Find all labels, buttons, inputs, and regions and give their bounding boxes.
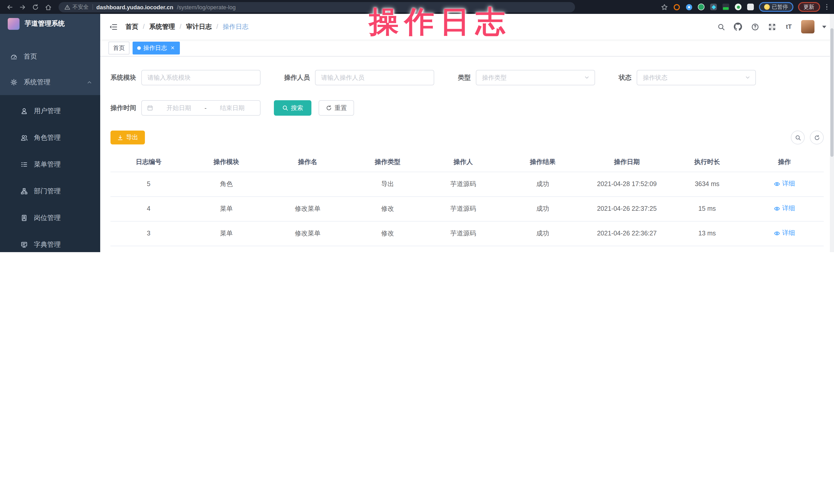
tab-label: 首页: [113, 44, 125, 52]
gem-extension-icon[interactable]: [710, 3, 717, 11]
reset-button[interactable]: 重置: [319, 100, 354, 116]
sidebar-item-menu-management[interactable]: 菜单管理: [0, 151, 100, 178]
search-icon: [282, 105, 288, 111]
cell-name: [266, 172, 349, 196]
cell-date: 2021-04-26 22:37:25: [585, 196, 669, 221]
org-tree-icon: [21, 188, 28, 195]
breadcrumb-current: 操作日志: [223, 22, 248, 31]
cell-duration: 3634 ms: [669, 172, 745, 196]
home-icon[interactable]: [44, 2, 53, 12]
breadcrumb-audit-log[interactable]: 审计日志: [186, 22, 212, 31]
more-menu-icon[interactable]: [825, 4, 829, 10]
col-action: 操作: [745, 153, 824, 172]
search-button[interactable]: 搜索: [274, 100, 311, 116]
cell-operator: 芋道源码: [426, 172, 501, 196]
sidebar-item-department-management[interactable]: 部门管理: [0, 178, 100, 204]
sidebar-item-user-management[interactable]: 用户管理: [0, 98, 100, 125]
date-range-picker[interactable]: 开始日期 - 结束日期: [141, 100, 261, 116]
avatar[interactable]: [801, 20, 814, 34]
cell-type: 修改: [349, 221, 426, 246]
module-input[interactable]: [141, 70, 261, 85]
back-icon[interactable]: [5, 2, 15, 12]
detail-link[interactable]: 详细: [774, 204, 795, 213]
star-icon[interactable]: [660, 3, 668, 11]
cell-duration: 15 ms: [669, 196, 745, 221]
app-title: 芋道管理系统: [25, 19, 65, 28]
cell-date: 2021-04-26 22:36:27: [585, 221, 669, 246]
breadcrumb-system-management[interactable]: 系统管理: [149, 22, 175, 31]
cell-result: 成功: [501, 221, 585, 246]
table-row: 3 菜单 修改菜单 修改 芋道源码 成功 2021-04-26 22:36:27…: [110, 221, 824, 246]
puzzle-extension-icon[interactable]: [747, 3, 754, 11]
operator-label: 操作人员: [284, 73, 310, 82]
eye-icon: [774, 230, 780, 237]
cell-result: 成功: [501, 196, 585, 221]
security-label: 不安全: [72, 3, 89, 10]
sidebar-item-label: 角色管理: [34, 133, 61, 143]
type-label: 类型: [458, 73, 471, 82]
status-label: 状态: [619, 73, 632, 82]
type-select[interactable]: 操作类型: [476, 70, 595, 85]
app-logo[interactable]: 芋道管理系统: [0, 14, 100, 34]
cell-log-id: 2: [110, 246, 187, 252]
cell-date: 2021-04-28 17:52:09: [585, 172, 669, 196]
help-icon[interactable]: [750, 22, 760, 31]
tab-home[interactable]: 首页: [108, 41, 130, 54]
status-select[interactable]: 操作状态: [637, 70, 756, 85]
tab-operate-log[interactable]: 操作日志: [133, 41, 180, 54]
cell-log-id: 3: [110, 221, 187, 246]
sidebar-collapse-button[interactable]: [108, 22, 118, 32]
security-warning[interactable]: 不安全: [64, 3, 89, 10]
breadcrumb-separator: /: [180, 23, 181, 30]
stack-on-extension-icon[interactable]: [722, 3, 730, 11]
close-icon[interactable]: [170, 45, 175, 50]
scrollbar-thumb[interactable]: [830, 28, 833, 157]
sprout-extension-icon[interactable]: [734, 3, 742, 11]
caret-down-icon[interactable]: [822, 25, 826, 28]
sidebar-item-label: 系统管理: [24, 78, 50, 87]
fullscreen-icon[interactable]: [767, 22, 776, 31]
paused-badge[interactable]: 已暂停: [759, 2, 793, 12]
show-search-button[interactable]: [791, 131, 805, 145]
detail-link[interactable]: 详细: [774, 229, 795, 238]
refresh-table-button[interactable]: [810, 131, 824, 145]
breadcrumb-home[interactable]: 首页: [125, 22, 138, 31]
reset-button-label: 重置: [334, 104, 347, 112]
font-size-icon[interactable]: tT: [784, 22, 793, 31]
search-icon[interactable]: [716, 22, 726, 31]
detail-link[interactable]: 详细: [774, 180, 795, 189]
system-management-submenu: 用户管理 角色管理 菜单管理 部门管理: [0, 95, 100, 252]
url-host: dashboard.yudao.iocoder.cn: [96, 4, 173, 10]
reload-icon[interactable]: [31, 2, 40, 12]
green-circle-extension-icon[interactable]: [697, 3, 705, 11]
logo-image: [8, 18, 20, 29]
cell-name: 修改菜单: [266, 196, 349, 221]
sidebar-item-label: 字典管理: [34, 240, 61, 249]
search-icon: [795, 134, 801, 140]
sidebar-item-label: 用户管理: [34, 106, 61, 116]
sidebar-item-home[interactable]: 首页: [0, 44, 100, 69]
start-date-placeholder: 开始日期: [156, 104, 201, 112]
sidebar-item-role-management[interactable]: 角色管理: [0, 125, 100, 151]
sidebar-item-post-management[interactable]: 岗位管理: [0, 204, 100, 231]
warning-icon: [64, 4, 70, 10]
operator-input[interactable]: [315, 70, 434, 85]
export-button[interactable]: 导出: [110, 131, 145, 145]
orange-ring-extension-icon[interactable]: [673, 3, 680, 11]
blue-pin-extension-icon[interactable]: [685, 3, 693, 11]
export-button-label: 导出: [126, 133, 138, 142]
update-button-label: 更新: [804, 3, 814, 10]
browser-scrollbar[interactable]: [830, 14, 834, 252]
chevron-down-icon: [745, 74, 751, 81]
sidebar-item-system-management[interactable]: 系统管理: [0, 69, 100, 95]
cell-result: 成功: [501, 172, 585, 196]
github-icon[interactable]: [733, 22, 743, 31]
forward-icon[interactable]: [18, 2, 27, 12]
cell-module: 菜单: [187, 196, 266, 221]
cell-type: 修改: [349, 196, 426, 221]
col-operator: 操作人: [426, 153, 501, 172]
update-button[interactable]: 更新: [798, 2, 820, 12]
col-name: 操作名: [266, 153, 349, 172]
table-header-row: 日志编号 操作模块 操作名 操作类型 操作人 操作结果 操作日期 执行时长 操作: [110, 153, 824, 172]
sidebar-item-dict-management[interactable]: 字典管理: [0, 231, 100, 252]
